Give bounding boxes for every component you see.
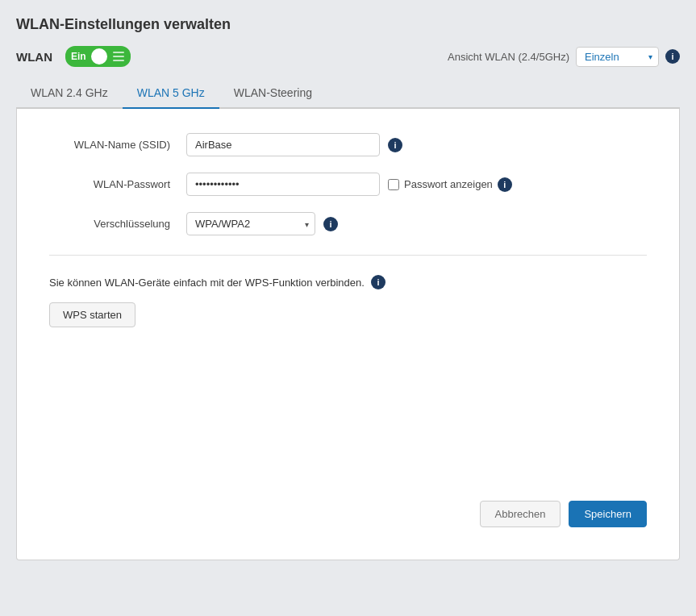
encryption-select[interactable]: WPA/WPA2 WPA2 WPA3 Keine	[186, 212, 315, 235]
wlan-toggle[interactable]: Ein	[65, 46, 131, 67]
page-title: WLAN-Einstellungen verwalten	[16, 16, 680, 33]
toggle-line-2	[113, 56, 124, 57]
wps-description-text: Sie können WLAN-Geräte einfach mit der W…	[49, 277, 365, 289]
save-button[interactable]: Speichern	[569, 501, 647, 527]
encryption-row: Verschlüsselung WPA/WPA2 WPA2 WPA3 Keine…	[49, 212, 647, 235]
wlan-label: WLAN	[16, 50, 52, 64]
password-label: WLAN-Passwort	[49, 178, 178, 190]
wps-info-icon[interactable]: i	[371, 275, 386, 289]
tabs-bar: WLAN 2.4 GHz WLAN 5 GHz WLAN-Steering	[16, 78, 680, 109]
view-group: Ansicht WLAN (2.4/5GHz) Einzeln Kombinie…	[448, 47, 680, 67]
ssid-input[interactable]	[186, 133, 380, 156]
cancel-button[interactable]: Abbrechen	[480, 501, 561, 527]
toggle-lines	[110, 52, 127, 61]
password-info-icon[interactable]: i	[498, 177, 512, 192]
view-info-icon[interactable]: i	[665, 49, 680, 64]
top-bar: WLAN Ein Ansicht WLAN (2.4/5GHz) Einzeln…	[16, 46, 680, 67]
show-password-label: Passwort anzeigen	[404, 178, 493, 190]
wps-description: Sie können WLAN-Geräte einfach mit der W…	[49, 275, 647, 289]
ssid-info-icon[interactable]: i	[388, 138, 402, 152]
wlan-toggle-group: WLAN Ein	[16, 46, 131, 67]
page-container: WLAN-Einstellungen verwalten WLAN Ein An…	[16, 16, 680, 560]
ssid-label: WLAN-Name (SSID)	[49, 139, 178, 151]
view-label: Ansicht WLAN (2.4/5GHz)	[448, 51, 569, 63]
show-password-group: Passwort anzeigen i	[388, 177, 512, 192]
wps-start-button[interactable]: WPS starten	[49, 302, 135, 327]
encryption-label: Verschlüsselung	[49, 218, 178, 230]
tab-5ghz[interactable]: WLAN 5 GHz	[123, 78, 219, 109]
footer-buttons: Abbrechen Speichern	[49, 485, 647, 527]
main-panel: WLAN-Name (SSID) i WLAN-Passwort Passwor…	[16, 109, 680, 560]
tab-steering[interactable]: WLAN-Steering	[219, 78, 327, 109]
ssid-row: WLAN-Name (SSID) i	[49, 133, 647, 156]
toggle-line-1	[113, 52, 124, 53]
toggle-line-3	[113, 60, 124, 61]
view-select[interactable]: Einzeln Kombiniert	[576, 47, 659, 67]
view-select-wrapper: Einzeln Kombiniert ▾	[576, 47, 659, 67]
password-input[interactable]	[186, 173, 380, 196]
form-section: WLAN-Name (SSID) i WLAN-Passwort Passwor…	[49, 133, 647, 485]
password-row: WLAN-Passwort Passwort anzeigen i	[49, 173, 647, 196]
toggle-knob	[91, 48, 107, 65]
encryption-select-wrapper: WPA/WPA2 WPA2 WPA3 Keine ▾	[186, 212, 315, 235]
show-password-checkbox[interactable]	[388, 179, 399, 190]
section-divider	[49, 255, 647, 256]
toggle-on-label: Ein	[69, 51, 89, 62]
tab-2.4ghz[interactable]: WLAN 2.4 GHz	[16, 78, 123, 109]
encryption-info-icon[interactable]: i	[323, 217, 338, 231]
